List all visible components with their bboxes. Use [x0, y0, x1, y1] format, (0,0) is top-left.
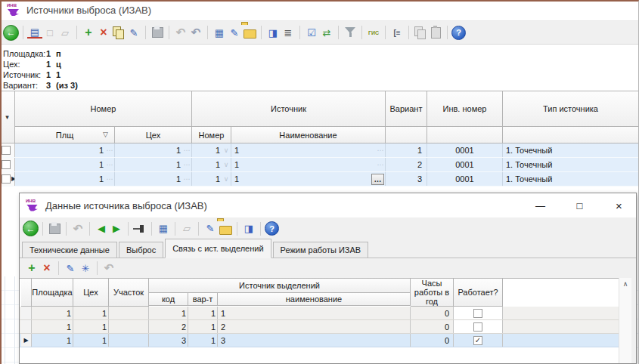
column-header-naimenovanie[interactable]: Наименование — [231, 127, 386, 143]
pin-icon[interactable] — [132, 221, 147, 236]
column-header-tseh[interactable]: Цех — [115, 127, 192, 143]
column-header-plsh[interactable]: Плщ ▽ — [15, 127, 115, 143]
cell-naimenovanie[interactable]: 1 — [234, 160, 239, 169]
close-button[interactable]: × — [602, 193, 636, 217]
cell-var-t[interactable]: 1 — [188, 322, 217, 332]
table-row[interactable]: 1⋯ 1⋯ 1∨ 1⋯ 1 0001 1. Точечный — [0, 143, 639, 158]
cell-tip-istochnika[interactable]: 1. Точечный — [506, 160, 552, 169]
cell-variant[interactable]: 3 — [386, 174, 427, 184]
tab-vybros[interactable]: Выброс — [119, 242, 163, 258]
cell-tseh[interactable]: 1 — [115, 146, 182, 155]
add-icon[interactable]: + — [24, 261, 39, 276]
edit-page-icon[interactable]: ✎ — [227, 25, 242, 40]
column-header-nomer[interactable]: Номер — [192, 127, 231, 143]
delete-icon[interactable]: × — [39, 261, 54, 276]
previous-record-icon[interactable]: ◀ — [94, 221, 109, 236]
next-record-icon[interactable]: ▶ — [109, 221, 124, 236]
cell-naimenovanie[interactable]: 2 — [221, 322, 225, 332]
cell-variant[interactable]: 1 — [386, 146, 427, 155]
brackets-list-icon[interactable]: [≡ — [389, 25, 405, 40]
help-icon[interactable]: ? — [265, 221, 279, 236]
delete-icon[interactable]: × — [96, 25, 111, 40]
monitor-settings-icon[interactable]: ☑ — [304, 25, 319, 40]
open-folder-icon[interactable] — [219, 226, 232, 235]
cell-tip-istochnika[interactable]: 1. Точечный — [506, 146, 552, 155]
cell-kod[interactable]: 2 — [149, 322, 188, 332]
column-header-ploshchadka[interactable]: Площадка — [32, 279, 73, 307]
cell-plsh[interactable]: 1 — [15, 146, 105, 155]
column-header-rabotaet[interactable]: Работает? — [454, 279, 503, 307]
cell-naimenovanie[interactable]: 1 — [234, 146, 239, 155]
vertical-scrollbar[interactable]: ∧ — [619, 278, 631, 363]
cell-nomer[interactable]: 1 — [192, 174, 222, 184]
column-header-kod[interactable]: код — [149, 293, 188, 306]
table-row-current[interactable]: ▶ 1⋯ 1⋯ 1∨ 1… 3 0001 1. Точечный — [0, 172, 639, 187]
cell-chasy[interactable]: 0 — [411, 322, 453, 332]
wizard-icon[interactable]: ✳ — [78, 261, 93, 276]
cell-tseh[interactable]: 1 — [115, 160, 182, 169]
cell-ploshchadka[interactable]: 1 — [32, 322, 73, 332]
tab-tekhnicheskie-dannye[interactable]: Технические данные — [22, 242, 117, 258]
cell-tseh[interactable]: 1 — [73, 309, 108, 318]
ellipsis-button[interactable]: … — [371, 174, 384, 185]
works-checkbox[interactable] — [473, 309, 482, 318]
checklist-edit-icon[interactable]: ≣ — [281, 25, 296, 40]
column-header-uchastok[interactable]: Участок — [109, 279, 149, 307]
cell-variant[interactable]: 2 — [386, 160, 427, 169]
cell-naimenovanie[interactable]: 3 — [221, 336, 225, 345]
cell-naimenovanie[interactable]: 1 — [234, 174, 239, 184]
refresh-exchange-icon[interactable]: ⇄ — [319, 25, 334, 40]
row-checkbox[interactable] — [2, 174, 11, 184]
copy-icon[interactable] — [111, 25, 126, 40]
chart-window-icon[interactable]: ▦ — [212, 25, 227, 40]
column-header-variant[interactable]: Вариант — [386, 91, 427, 127]
column-header-inv-nomer[interactable]: Инв. номер — [427, 91, 503, 127]
edit-page-icon[interactable]: ✎ — [203, 221, 218, 236]
add-icon[interactable]: + — [81, 25, 96, 40]
export-icon[interactable]: ◨ — [241, 221, 256, 236]
cell-var-t[interactable]: 1 — [188, 336, 217, 345]
cell-kod[interactable]: 1 — [149, 309, 188, 318]
scroll-up-icon[interactable]: ∧ — [623, 280, 628, 363]
cell-inv-nomer[interactable]: 0001 — [455, 160, 473, 169]
cell-chasy[interactable]: 0 — [411, 336, 453, 345]
tab-svyaz-s-ist-vydeleniy[interactable]: Связь с ист. выделений — [165, 239, 271, 258]
cell-chasy[interactable]: 0 — [411, 309, 453, 318]
cell-ploshchadka[interactable]: 1 — [32, 336, 73, 345]
export-icon[interactable]: ◨ — [265, 25, 281, 40]
cell-nomer[interactable]: 1 — [192, 146, 222, 155]
cell-plsh[interactable]: 1 — [15, 160, 105, 169]
cell-var-t[interactable]: 1 — [188, 309, 217, 318]
minimize-button[interactable]: — — [523, 193, 557, 217]
column-header-tip-istochnika[interactable]: Тип источника — [503, 91, 639, 127]
table-row[interactable]: 1⋯ 1⋯ 1∨ 1⋯ 2 0001 1. Точечный — [0, 158, 639, 172]
edit-row-icon[interactable]: ✎ — [63, 261, 78, 276]
card-view-icon[interactable]: ▤ — [27, 26, 42, 39]
cell-tseh[interactable]: 1 — [115, 174, 182, 184]
cell-ploshchadka[interactable]: 1 — [32, 309, 73, 318]
tab-rezhim-raboty-izav[interactable]: Режим работы ИЗАВ — [273, 242, 369, 258]
row-checkbox[interactable] — [2, 160, 11, 169]
open-folder-icon[interactable] — [244, 29, 256, 39]
cell-tip-istochnika[interactable]: 1. Точечный — [506, 174, 552, 184]
row-checkbox[interactable] — [2, 146, 11, 155]
cell-plsh[interactable]: 1 — [15, 174, 105, 184]
cell-tseh[interactable]: 1 — [73, 322, 108, 332]
table-row[interactable]: 1 1 1 1 1 0 — [20, 307, 631, 320]
dialog-title-bar[interactable]: ИНВ Данные источника выброса (ИЗАВ) — □ … — [20, 193, 636, 217]
nav-back-icon[interactable]: ← — [23, 221, 39, 236]
cell-nomer[interactable]: 1 — [192, 160, 222, 169]
cell-kod[interactable]: 3 — [149, 336, 188, 345]
works-checkbox[interactable] — [473, 336, 482, 345]
help-icon[interactable]: ? — [451, 26, 466, 40]
column-header-var-t[interactable]: вар-т — [188, 293, 218, 306]
cell-inv-nomer[interactable]: 0001 — [455, 174, 473, 184]
table-row-current[interactable]: ▶ 1 1 3 1 3 0 — [20, 334, 631, 347]
works-checkbox[interactable] — [473, 322, 482, 332]
table-row[interactable]: 1 1 2 1 2 0 — [20, 320, 631, 334]
maximize-button[interactable]: □ — [563, 193, 597, 217]
nav-back-icon[interactable]: ← — [3, 25, 19, 41]
column-header-chasy-raboty[interactable]: Часы работы в год — [411, 279, 454, 307]
cell-naimenovanie[interactable]: 1 — [221, 309, 225, 318]
gis-icon[interactable]: ГИС — [366, 25, 381, 40]
